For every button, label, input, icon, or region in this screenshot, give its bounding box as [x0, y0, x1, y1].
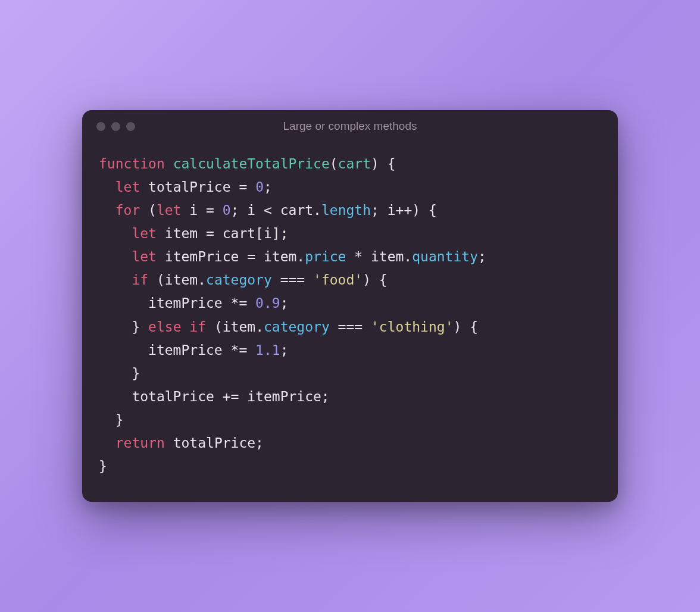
code-token-punct: }: [99, 412, 124, 427]
code-line: itemPrice *= 1.1;: [99, 339, 601, 362]
code-token-punct: [181, 319, 189, 335]
code-token-ident: totalPrice;: [165, 435, 264, 451]
window-title: Large or complex methods: [283, 120, 417, 133]
code-editor[interactable]: function calculateTotalPrice(cart) { let…: [82, 140, 618, 502]
code-token-ident: (item.: [148, 272, 206, 288]
code-token-punct: ) {: [454, 319, 479, 335]
code-token-ident: (item.: [206, 319, 264, 335]
code-token-ident: ===: [330, 319, 371, 335]
code-token-keyword: let: [157, 202, 182, 218]
code-line: itemPrice *= 0.9;: [99, 292, 601, 315]
code-token-punct: [99, 272, 132, 288]
code-line: for (let i = 0; i < cart.length; i++) {: [99, 199, 601, 222]
code-token-punct: [99, 249, 132, 264]
code-token-property: quantity: [412, 249, 478, 264]
code-token-punct: }: [99, 319, 148, 335]
code-token-property: price: [305, 249, 346, 264]
code-token-punct: ) {: [362, 272, 388, 288]
code-token-keyword: let: [132, 226, 157, 241]
code-token-property: length: [321, 202, 371, 218]
code-token-string: 'clothing': [371, 319, 453, 335]
code-token-property: category: [206, 272, 272, 288]
code-token-punct: [99, 179, 115, 195]
code-line: }: [99, 408, 601, 432]
code-token-keyword: for: [115, 202, 140, 218]
code-token-keyword: return: [115, 435, 165, 451]
code-line: return totalPrice;: [99, 432, 601, 455]
code-token-ident: ; i < cart.: [231, 202, 321, 218]
code-token-keyword: function: [99, 156, 165, 171]
code-token-string: 'food': [313, 272, 362, 288]
code-token-ident: totalPrice =: [140, 179, 255, 195]
code-token-ident: itemPrice *=: [99, 342, 255, 358]
code-token-param: cart: [338, 156, 371, 171]
traffic-lights: [96, 122, 135, 131]
code-token-number: 0: [223, 202, 231, 218]
code-window: Large or complex methods function calcul…: [82, 110, 618, 502]
code-line: totalPrice += itemPrice;: [99, 385, 601, 408]
code-token-ident: i =: [182, 202, 223, 218]
code-line: if (item.category === 'food') {: [99, 268, 601, 292]
code-line: } else if (item.category === 'clothing')…: [99, 316, 601, 339]
code-token-punct: [165, 156, 173, 171]
code-token-number: 0: [255, 179, 264, 195]
code-token-punct: (: [330, 156, 338, 171]
code-token-punct: ) {: [371, 156, 396, 171]
code-line: }: [99, 455, 601, 478]
code-token-punct: ;: [478, 249, 486, 264]
code-line: let totalPrice = 0;: [99, 176, 601, 199]
code-token-number: 0.9: [255, 295, 280, 311]
code-token-ident: itemPrice *=: [99, 295, 255, 311]
code-token-punct: [99, 226, 132, 241]
code-token-ident: totalPrice += itemPrice;: [99, 389, 330, 404]
titlebar: Large or complex methods: [82, 110, 618, 140]
code-token-number: 1.1: [255, 342, 280, 358]
code-token-ident: itemPrice = item.: [157, 249, 305, 264]
code-line: }: [99, 362, 601, 385]
code-token-keyword: let: [132, 249, 157, 264]
code-line: let item = cart[i];: [99, 222, 601, 245]
code-token-punct: ;: [264, 179, 272, 195]
close-icon[interactable]: [96, 122, 105, 131]
code-line: function calculateTotalPrice(cart) {: [99, 152, 601, 176]
code-token-funcname: calculateTotalPrice: [173, 156, 330, 171]
code-token-punct: [99, 202, 115, 218]
code-token-keyword: let: [115, 179, 140, 195]
code-token-ident: item = cart[i];: [157, 226, 289, 241]
code-token-punct: }: [99, 366, 140, 381]
code-token-punct: (: [140, 202, 157, 218]
code-token-ident: ===: [272, 272, 313, 288]
maximize-icon[interactable]: [126, 122, 135, 131]
code-token-punct: }: [99, 458, 107, 474]
code-token-keyword: if: [132, 272, 148, 288]
code-token-punct: ; i++) {: [371, 202, 437, 218]
code-token-punct: ;: [280, 295, 289, 311]
minimize-icon[interactable]: [111, 122, 120, 131]
code-line: let itemPrice = item.price * item.quanti…: [99, 245, 601, 268]
code-token-punct: ;: [280, 342, 289, 358]
code-token-property: category: [264, 319, 330, 335]
code-token-ident: * item.: [346, 249, 412, 264]
code-token-punct: [99, 435, 115, 451]
code-token-keyword: else: [148, 319, 181, 335]
code-token-keyword: if: [189, 319, 206, 335]
